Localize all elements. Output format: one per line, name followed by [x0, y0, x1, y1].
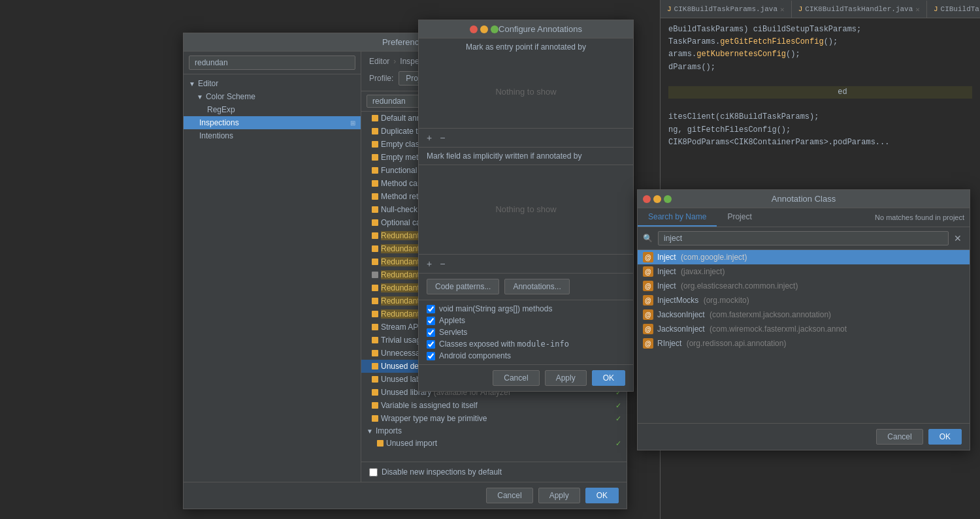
entry-check-android: Android components [427, 350, 625, 362]
configure-annotations-dialog: Configure Annotations Mark as entry poin… [418, 20, 634, 392]
annotation-item-2[interactable]: @ Inject (org.elasticsearch.common.injec… [638, 279, 970, 293]
annotation-class-title: Annotation Class [638, 190, 970, 208]
disable-new-inspections-row: Disable new inspections by default [361, 462, 627, 482]
code-tab-1[interactable]: J CIK8BuildTaskParams.java ✕ [661, 1, 792, 18]
annotation-class-dialog: Annotation Class Search by Name Project … [637, 189, 970, 450]
entry-check-applets: Applets [427, 315, 625, 326]
nothing-to-show-1: Nothing to show [495, 87, 556, 97]
entry-point-section: Mark as entry point if annotated by Noth… [419, 39, 633, 129]
configure-toolbar-2: + − [419, 255, 633, 274]
annotation-close-btn[interactable] [643, 195, 651, 203]
annotation-item-4[interactable]: @ JacksonInject (com.fasterxml.jackson.a… [638, 307, 970, 322]
nothing-to-show-2: Nothing to show [495, 204, 556, 214]
group-imports[interactable]: ▼ Imports [361, 425, 627, 437]
class-icon: @ [643, 252, 653, 262]
window-close-btn[interactable] [470, 25, 478, 33]
entry-check-applets-checkbox[interactable] [427, 317, 435, 325]
annotation-ok-btn[interactable]: OK [928, 429, 962, 445]
entry-checks-area: void main(String args[]) methods Applets… [419, 300, 633, 364]
tree-editor[interactable]: ▼ Editor [184, 77, 361, 90]
code-tab-handler[interactable]: J CIK8BuildTaskHandler.java ✕ [792, 1, 927, 18]
item-wrapper-type[interactable]: Wrapper type may be primitive ✓ [361, 412, 627, 425]
configure-ok-btn[interactable]: OK [592, 370, 625, 386]
annotation-max-btn[interactable] [664, 195, 672, 203]
annotations-btn[interactable]: Annotations... [504, 279, 569, 294]
configure-apply-btn[interactable]: Apply [545, 370, 587, 386]
tree-regexp[interactable]: RegExp [184, 103, 361, 116]
preferences-buttons: Cancel Apply OK [184, 482, 627, 509]
annotation-item-6[interactable]: @ RInject (org.redisson.api.annotation) [638, 336, 970, 351]
field-label: Mark field as implicitly written if anno… [419, 148, 633, 165]
class-icon: @ [643, 338, 653, 349]
annotation-dialog-buttons: Cancel OK [638, 423, 970, 450]
no-matches-label: No matches found in project [875, 213, 964, 221]
annotation-item-3[interactable]: @ InjectMocks (org.mockito) [638, 293, 970, 307]
configure-cancel-btn[interactable]: Cancel [493, 370, 539, 386]
class-icon: @ [643, 281, 653, 291]
entry-check-servlets-checkbox[interactable] [427, 328, 435, 337]
preferences-search[interactable] [189, 55, 355, 70]
preferences-apply-btn[interactable]: Apply [538, 488, 580, 503]
class-icon: @ [643, 324, 653, 334]
entry-check-classes: Classes exposed with module-info [427, 338, 625, 350]
configure-buttons: Cancel Apply OK [419, 364, 633, 391]
annotation-result-list: @ Inject (com.google.inject) @ Inject (j… [638, 250, 970, 423]
annotation-search-row: 🔍 ✕ [638, 227, 970, 250]
entry-check-servlets: Servlets [427, 326, 625, 338]
code-tab-bar: J CIK8BuildTaskParams.java ✕ J CIK8Build… [661, 0, 980, 18]
disable-new-inspections-checkbox[interactable] [369, 468, 378, 477]
class-icon: @ [643, 309, 653, 320]
code-pattern-area: Code patterns... Annotations... [419, 274, 633, 300]
entry-check-main: void main(String args[]) methods [427, 303, 625, 315]
preferences-cancel-btn[interactable]: Cancel [486, 488, 532, 503]
entry-check-main-checkbox[interactable] [427, 305, 435, 313]
configure-toolbar-1: + − [419, 129, 633, 148]
item-unused-import[interactable]: Unused import ✓ [361, 437, 627, 450]
window-max-btn[interactable] [491, 25, 498, 33]
annotation-min-btn[interactable] [653, 195, 661, 203]
tree-inspections[interactable]: Inspections ⊞ [184, 116, 361, 129]
annotation-clear-btn[interactable]: ✕ [951, 233, 964, 244]
remove-field-annotation-btn[interactable]: − [437, 257, 448, 270]
item-variable-assigned[interactable]: Variable is assigned to itself ✓ [361, 399, 627, 412]
tree-color-scheme[interactable]: ▼ Color Scheme [184, 90, 361, 103]
code-tab-ci[interactable]: J CIBuildTaskHandler.java ✕ [927, 1, 980, 18]
annotation-tab-search[interactable]: Search by Name [638, 208, 717, 227]
code-patterns-btn[interactable]: Code patterns... [427, 279, 499, 294]
entry-check-android-checkbox[interactable] [427, 352, 435, 360]
entry-check-classes-checkbox[interactable] [427, 340, 435, 349]
class-icon: @ [643, 295, 653, 306]
add-field-annotation-btn[interactable]: + [424, 257, 434, 270]
search-icon: 🔍 [643, 234, 653, 243]
annotation-search-input[interactable] [658, 231, 949, 245]
window-min-btn[interactable] [480, 25, 488, 33]
preferences-ok-btn[interactable]: OK [585, 488, 619, 503]
entry-point-label: Mark as entry point if annotated by [458, 39, 594, 55]
remove-annotation-btn[interactable]: − [437, 131, 448, 144]
tree-intentions[interactable]: Intentions [184, 129, 361, 142]
configure-annotations-title: Configure Annotations [419, 20, 633, 39]
add-annotation-btn[interactable]: + [424, 131, 434, 144]
java-icon: J [667, 5, 672, 13]
annotation-tab-project[interactable]: Project [717, 208, 762, 227]
annotation-item-5[interactable]: @ JacksonInject (com.wiremock.fasterxml.… [638, 322, 970, 336]
nothing-to-show-section-2: Nothing to show [419, 165, 633, 255]
annotation-cancel-btn[interactable]: Cancel [876, 429, 923, 445]
annotation-item-1[interactable]: @ Inject (javax.inject) [638, 264, 970, 279]
annotation-tab-bar: Search by Name Project No matches found … [638, 208, 970, 227]
class-icon: @ [643, 266, 653, 277]
annotation-item-0[interactable]: @ Inject (com.google.inject) [638, 250, 970, 264]
preferences-tree: ▼ Editor ▼ Color Scheme RegExp Inspectio… [184, 52, 361, 482]
